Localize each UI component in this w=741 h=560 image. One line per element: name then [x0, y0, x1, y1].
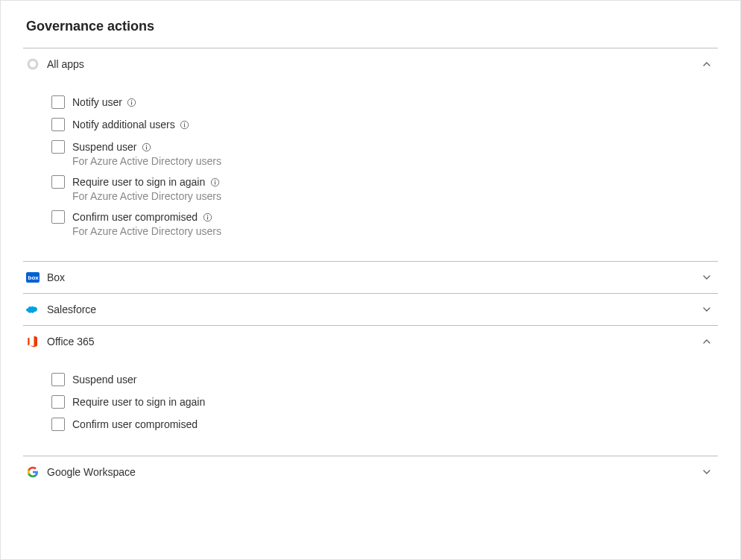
section-title-label: Google Workspace — [47, 466, 701, 478]
svg-point-9 — [146, 145, 147, 145]
option-label: Confirm user compromised — [72, 417, 198, 432]
option-o365-suspend-user: Suspend user — [51, 372, 718, 387]
checkbox-notify-user[interactable] — [51, 95, 65, 109]
option-o365-require-sign-in: Require user to sign in again — [51, 394, 718, 409]
info-icon[interactable] — [127, 97, 137, 107]
chevron-down-icon — [701, 467, 712, 477]
salesforce-icon — [26, 303, 40, 316]
svg-point-15 — [206, 215, 207, 215]
checkbox-o365-suspend-user[interactable] — [51, 373, 65, 386]
section-title-label: Box — [47, 271, 701, 283]
box-icon: box — [26, 271, 40, 284]
svg-point-6 — [184, 122, 185, 123]
section-header-google-workspace[interactable]: Google Workspace — [23, 456, 718, 488]
option-suspend-user-aad: Suspend user For Azure Active Directory … — [51, 139, 718, 167]
section-header-office-365[interactable]: Office 365 — [23, 326, 718, 357]
chevron-down-icon — [701, 272, 712, 283]
checkbox-confirm-compromised-aad[interactable] — [51, 210, 65, 224]
option-notify-additional-users: Notify additional users — [51, 117, 718, 132]
section-header-salesforce[interactable]: Salesforce — [23, 294, 718, 325]
checkbox-notify-additional-users[interactable] — [51, 118, 65, 131]
google-workspace-icon — [26, 465, 40, 479]
option-subtext: For Azure Active Directory users — [72, 225, 221, 237]
checkbox-suspend-user-aad[interactable] — [51, 140, 65, 154]
governance-actions-panel: Governance actions All apps Notify user — [0, 0, 741, 560]
checkbox-require-sign-in-aad[interactable] — [51, 175, 65, 189]
svg-rect-10 — [146, 146, 147, 149]
option-label: Suspend user — [72, 372, 136, 387]
section-box: box Box — [23, 262, 718, 294]
panel-title: Governance actions — [26, 19, 718, 34]
svg-point-3 — [131, 100, 132, 101]
svg-point-1 — [30, 61, 36, 67]
section-body-all-apps: Notify user Notify additional users — [23, 80, 718, 261]
section-title-label: All apps — [47, 58, 701, 70]
info-icon[interactable] — [202, 212, 212, 222]
chevron-up-icon — [701, 336, 712, 347]
svg-rect-4 — [131, 101, 132, 104]
option-subtext: For Azure Active Directory users — [72, 155, 221, 167]
option-label: Require user to sign in again — [72, 394, 205, 409]
section-all-apps: All apps Notify user — [23, 48, 718, 261]
option-label: Notify user — [72, 95, 122, 110]
chevron-down-icon — [701, 304, 712, 315]
chevron-up-icon — [701, 59, 712, 69]
option-label: Confirm user compromised — [72, 210, 198, 224]
office-365-icon — [26, 335, 40, 348]
option-notify-user: Notify user — [51, 95, 718, 110]
option-o365-confirm-compromised: Confirm user compromised — [51, 417, 718, 432]
info-icon[interactable] — [180, 119, 190, 130]
option-label: Require user to sign in again — [72, 174, 205, 189]
all-apps-icon — [26, 57, 40, 71]
option-label: Suspend user — [72, 139, 136, 154]
section-office-365: Office 365 Suspend user Require user to … — [23, 326, 718, 456]
checkbox-o365-require-sign-in[interactable] — [51, 395, 65, 409]
section-header-box[interactable]: box Box — [23, 262, 718, 293]
section-title-label: Salesforce — [47, 303, 701, 315]
option-confirm-compromised-aad: Confirm user compromised For Azure Activ… — [51, 210, 718, 237]
section-google-workspace: Google Workspace — [23, 456, 718, 488]
option-require-sign-in-aad: Require user to sign in again For Azure … — [51, 174, 718, 202]
info-icon[interactable] — [141, 142, 151, 152]
section-salesforce: Salesforce — [23, 294, 718, 326]
section-title-label: Office 365 — [47, 336, 701, 347]
section-header-all-apps[interactable]: All apps — [23, 48, 718, 80]
svg-text:box: box — [28, 274, 40, 281]
svg-point-12 — [215, 180, 215, 180]
svg-rect-7 — [184, 124, 185, 127]
svg-rect-16 — [206, 216, 207, 219]
section-body-office-365: Suspend user Require user to sign in aga… — [23, 357, 718, 456]
info-icon[interactable] — [209, 177, 220, 187]
option-label: Notify additional users — [72, 117, 175, 132]
checkbox-o365-confirm-compromised[interactable] — [51, 418, 65, 431]
option-subtext: For Azure Active Directory users — [72, 190, 221, 202]
svg-rect-13 — [215, 181, 215, 184]
